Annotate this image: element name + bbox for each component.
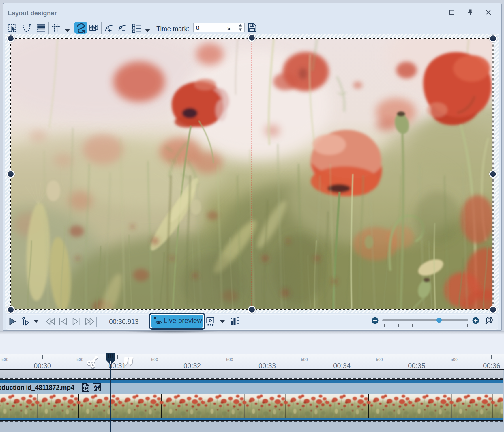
svg-text:B: B [97,387,100,392]
